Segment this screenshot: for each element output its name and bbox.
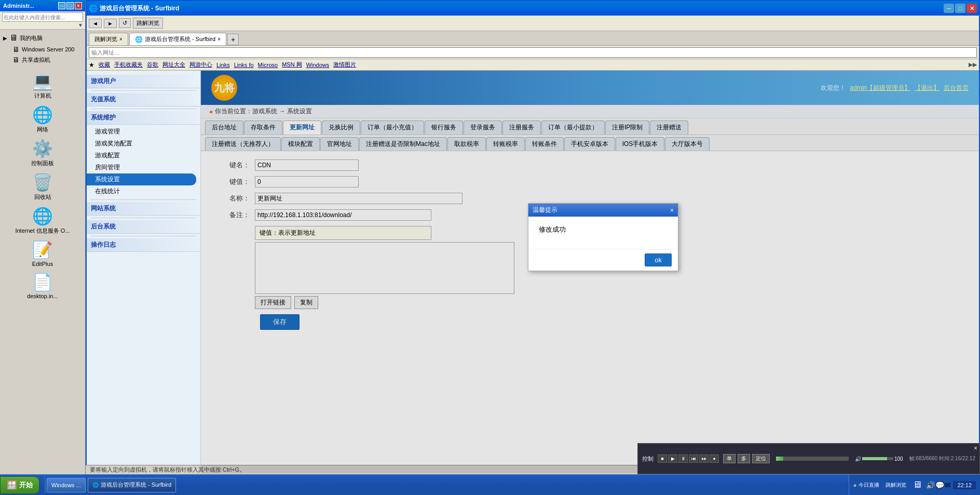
bm-mobile[interactable]: 手机收藏夹: [114, 61, 143, 69]
explorer-tree: ▶ 🖥 我的电脑 🖥 Windows Server 200 🖥 共享虚拟机: [0, 30, 85, 303]
chat-icon[interactable]: 💬: [935, 481, 944, 489]
mail-icon[interactable]: ✉: [945, 481, 951, 489]
bm-favorites[interactable]: 收藏: [99, 61, 110, 69]
content-area: 游戏用户 充值系统 系统维护 游戏管理 游戏奖池配置 游戏配置 房间管理 系统设…: [87, 71, 979, 473]
modal-close-icon[interactable]: ×: [670, 207, 674, 214]
explorer-minimize[interactable]: ─: [58, 2, 65, 9]
player-prev-btn[interactable]: ⏮: [689, 454, 698, 463]
left-explorer: Administr... ─ □ × ▼ ▶ 🖥 我的电脑: [0, 0, 86, 474]
search-down-icon[interactable]: ▼: [78, 22, 83, 28]
tab-jump[interactable]: 跳解浏览 ×: [89, 33, 128, 45]
sep1: [91, 90, 196, 91]
shared-vm-item[interactable]: 🖥 共享虚拟机: [10, 55, 85, 65]
section-website[interactable]: 网站系统: [87, 202, 200, 216]
expand-icon: ▶: [3, 35, 7, 41]
network-desktop-icon[interactable]: 🌐 网络: [0, 103, 85, 136]
desktop-icons-area: Administr... ─ □ × ▼ ▶ 🖥 我的电脑: [0, 0, 86, 474]
editplus-icon[interactable]: 📝 EditPlus: [0, 238, 85, 269]
search-input[interactable]: [2, 12, 83, 22]
new-tab-button[interactable]: +: [227, 34, 239, 45]
bm-micro[interactable]: Microso: [258, 62, 278, 68]
vol-bar[interactable]: [862, 457, 893, 460]
player-menu-btns: 单 多 定位: [723, 454, 770, 463]
player-menu-btn[interactable]: 单: [723, 454, 736, 463]
player-next-btn[interactable]: ⏭: [699, 454, 709, 463]
tab-admin-close[interactable]: ×: [217, 36, 221, 42]
menu-online-stats[interactable]: 在线统计: [87, 185, 200, 197]
bm-games[interactable]: 网游中心: [189, 61, 212, 69]
taskbar-admin-label: 游戏后台管理系统 - Surfbird: [101, 481, 171, 489]
taskbar-windows[interactable]: Windows ...: [47, 478, 86, 492]
shared-label: 共享虚拟机: [22, 56, 50, 64]
section-maintenance[interactable]: 系统维护: [87, 111, 200, 125]
player-record-btn[interactable]: ●: [710, 454, 719, 463]
recycle-label: 回收站: [34, 193, 51, 201]
player-pause-btn[interactable]: ⏸: [678, 454, 688, 463]
player-multi-btn[interactable]: 多: [738, 454, 750, 463]
player-progress[interactable]: [776, 457, 849, 461]
refresh-button[interactable]: ↺: [119, 18, 131, 28]
player-locate-btn[interactable]: 定位: [752, 454, 770, 463]
modal-ok-button[interactable]: ok: [645, 253, 672, 266]
start-icon: 🪟: [7, 480, 17, 490]
minimize-button[interactable]: ─: [944, 4, 954, 13]
tab-admin-icon: 🌐: [135, 36, 143, 43]
menu-game-mgmt[interactable]: 游戏管理: [87, 126, 200, 138]
computer-desktop-icon[interactable]: 💻 计算机: [0, 69, 85, 102]
start-button[interactable]: 🪟 开始: [0, 476, 39, 494]
taskbar-windows-label: Windows ...: [51, 482, 81, 488]
bookmarks-bar: ★ 收藏 手机收藏夹 谷歌 网址大全 网游中心 Links Links fo M…: [87, 59, 979, 71]
iis-icon[interactable]: 🌐 Internet 信息服务 O...: [0, 204, 85, 237]
player-stop-btn[interactable]: ■: [658, 454, 667, 463]
explorer-maximize[interactable]: □: [66, 2, 74, 9]
player-vol: 🔊 100: [855, 456, 903, 462]
main-window: 🌐 游戏后台管理系统 - Surfbird ─ □ ✕ ◄ ► ↺ 跳解浏览 跳…: [86, 0, 980, 474]
editplus-big-icon: 📝: [32, 240, 53, 260]
explorer-close[interactable]: ×: [75, 2, 82, 9]
bm-links[interactable]: Links: [216, 62, 230, 68]
tab-admin[interactable]: 🌐 游戏后台管理系统 - Surfbird ×: [129, 33, 226, 45]
modal-dialog: 温馨提示 × 修改成功 ok: [528, 203, 678, 271]
desktop-ini-icon[interactable]: 📄 desktop.in...: [0, 270, 85, 301]
bm-links-fo[interactable]: Links fo: [234, 62, 254, 68]
speaker-icon[interactable]: 🔊: [926, 481, 935, 489]
section-oplog[interactable]: 操作日志: [87, 238, 200, 252]
explorer-titlebar: Administr... ─ □ ×: [0, 0, 85, 11]
control-panel-icon[interactable]: ⚙️ 控制面板: [0, 137, 85, 169]
close-button[interactable]: ✕: [967, 4, 977, 13]
player-play-btn[interactable]: ▶: [668, 454, 677, 463]
bm-windows[interactable]: Windows: [306, 62, 330, 68]
section-game-users[interactable]: 游戏用户: [87, 75, 200, 88]
menu-system-settings[interactable]: 系统设置: [87, 173, 196, 185]
back-button[interactable]: ◄: [89, 19, 102, 28]
bm-msn[interactable]: MSN 网: [282, 61, 302, 69]
my-computer-item[interactable]: ▶ 🖥 我的电脑: [0, 32, 85, 44]
bm-nav[interactable]: 网址大全: [162, 61, 185, 69]
windows-server-item[interactable]: 🖥 Windows Server 200: [10, 44, 85, 55]
browser-tabs: 跳解浏览 × 🌐 游戏后台管理系统 - Surfbird × +: [87, 31, 979, 46]
recycle-bin-icon[interactable]: 🗑️ 回收站: [0, 170, 85, 203]
screen-jump-btn[interactable]: 跳解浏览: [133, 18, 163, 29]
menu-game-config[interactable]: 游戏配置: [87, 150, 200, 162]
bm-more-icon[interactable]: ▶▶: [969, 61, 977, 68]
maximize-button[interactable]: □: [955, 4, 965, 13]
clock[interactable]: 22:12: [953, 481, 976, 489]
section-backend[interactable]: 后台系统: [87, 220, 200, 234]
menu-game-pool[interactable]: 游戏奖池配置: [87, 138, 200, 150]
computer-children: 🖥 Windows Server 200 🖥 共享虚拟机: [0, 44, 85, 65]
forward-button[interactable]: ►: [104, 19, 117, 28]
section-recharge[interactable]: 充值系统: [87, 93, 200, 106]
sep2: [91, 109, 196, 109]
player-close-icon[interactable]: ×: [972, 444, 979, 453]
taskbar-admin[interactable]: 🌐 游戏后台管理系统 - Surfbird: [88, 478, 176, 492]
address-input[interactable]: [89, 47, 977, 58]
menu-room-mgmt[interactable]: 房间管理: [87, 162, 200, 173]
bookmark-star-icon: ★: [89, 61, 94, 69]
tab-jump-close[interactable]: ×: [119, 36, 122, 42]
bm-pics[interactable]: 激情图片: [333, 61, 356, 69]
taskbar-admin-icon: 🌐: [92, 482, 99, 488]
vol-value: 100: [894, 456, 903, 462]
bm-google[interactable]: 谷歌: [147, 61, 158, 69]
desktop-icon-list: 💻 计算机 🌐 网络 ⚙️ 控制面板 🗑️ 回收站: [0, 69, 85, 301]
browser-toolbar: ◄ ► ↺ 跳解浏览: [87, 16, 979, 31]
